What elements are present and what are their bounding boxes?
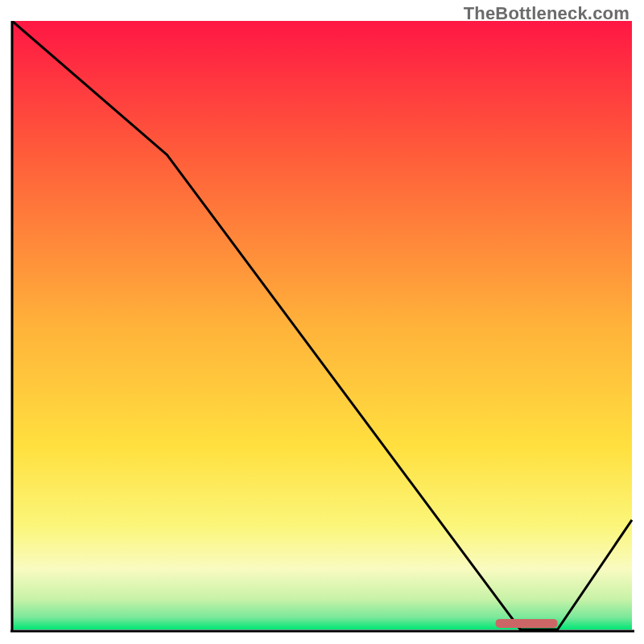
plot-svg xyxy=(10,21,634,634)
chart-root: TheBottleneck.com xyxy=(0,0,644,644)
gradient-background xyxy=(12,21,632,630)
plot-area xyxy=(10,21,634,634)
optimal-range-marker xyxy=(496,619,558,628)
